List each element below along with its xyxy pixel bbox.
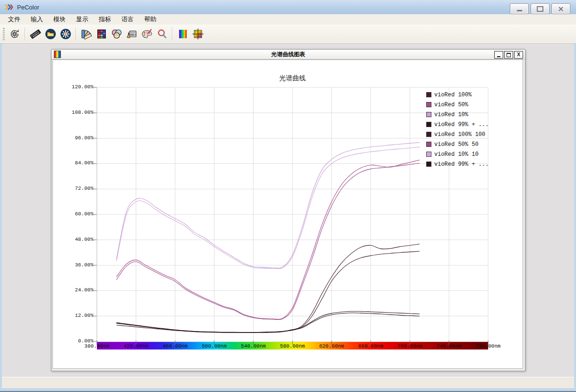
app-logo-icon: [5, 4, 13, 10]
menu-item-help[interactable]: 帮助: [139, 14, 162, 25]
cmy-circles-icon: [111, 28, 123, 40]
minimize-button[interactable]: [510, 3, 529, 14]
spectral-plot: 光谱曲线 120.00%108.00%96.00%84.00%72.00%60.…: [53, 60, 522, 367]
x-tick-label: 420.00nm: [117, 343, 155, 349]
legend-item: vioRed 99% + ...: [426, 159, 489, 169]
legend-label: vioRed 99% + ...: [434, 121, 489, 128]
instrument-icon: [126, 28, 138, 40]
mdi-workspace: 光谱曲线图表 X 光谱曲线 120.00%108.00%96.00%84.00%…: [2, 43, 574, 377]
settings-sync-icon: [9, 28, 21, 40]
restore-icon: [507, 53, 511, 57]
settings-sync-button[interactable]: [8, 27, 22, 41]
x-tick-label: 740.00nm: [430, 343, 468, 349]
magnifier-icon: [156, 28, 168, 40]
zoom-button[interactable]: [155, 27, 169, 41]
rainbow-bar-icon: [177, 28, 189, 40]
x-tick-label: 620.00nm: [313, 343, 351, 349]
legend-swatch: [426, 142, 431, 147]
legend-label: vioRed 100% 100: [434, 131, 485, 138]
y-tick-label: 60.00%: [53, 211, 94, 217]
legend-swatch: [426, 112, 431, 117]
sun-icon: [60, 28, 72, 40]
toolbar-separator: [76, 27, 77, 41]
chart-restore-button[interactable]: [504, 51, 513, 59]
swatch-fan-icon: [80, 28, 93, 40]
app-title: PeColor: [17, 4, 39, 11]
curve-viored-100-100: [116, 251, 420, 332]
chart-client-area: 光谱曲线 120.00%108.00%96.00%84.00%72.00%60.…: [52, 60, 523, 369]
toolbar-grip[interactable]: [3, 28, 5, 40]
chart-title: 光谱曲线: [97, 74, 488, 83]
open-folder-button[interactable]: [43, 27, 58, 41]
maximize-button[interactable]: [531, 3, 550, 14]
legend-item: vioRed 50% 50: [426, 139, 489, 149]
legend-swatch: [426, 152, 431, 157]
legend-label: vioRed 100%: [434, 92, 472, 98]
legend-swatch: [426, 122, 431, 127]
x-tick-label: 580.00nm: [274, 343, 311, 349]
y-tick-label: 72.00%: [53, 186, 94, 191]
legend-item: vioRed 50%: [426, 100, 489, 110]
chart-window-title: 光谱曲线图表: [52, 51, 525, 59]
y-tick-label: 120.00%: [53, 84, 94, 90]
keyboard-button[interactable]: [28, 27, 43, 41]
y-tick-label: 12.00%: [53, 313, 94, 318]
palette-icon: [141, 28, 153, 40]
color-grid-icon: [95, 28, 108, 40]
x-tick-label: 700.00nm: [391, 343, 429, 349]
curve-viored-10-: [116, 143, 420, 268]
close-icon: X: [517, 52, 520, 57]
legend-item: vioRed 100%: [426, 90, 489, 100]
palette-button[interactable]: [140, 27, 154, 41]
menu-item-file[interactable]: 文件: [3, 14, 26, 25]
y-tick-label: 84.00%: [53, 160, 94, 166]
curve-viored-50-50: [116, 163, 420, 320]
color-picker-button[interactable]: [191, 27, 205, 41]
app-titlebar[interactable]: PeColor: [0, 0, 576, 14]
instrument-button[interactable]: [125, 27, 139, 41]
light-source-button[interactable]: [59, 27, 73, 41]
legend-swatch: [426, 102, 431, 107]
legend-swatch: [426, 132, 431, 137]
color-grid-button[interactable]: [95, 27, 109, 41]
swatch-fan-button[interactable]: [79, 27, 94, 41]
x-tick-label: 500.00nm: [195, 343, 233, 349]
y-tick-label: 36.00%: [53, 262, 94, 268]
color-mix-button[interactable]: [110, 27, 124, 41]
toolbar: [0, 25, 576, 43]
legend-item: vioRed 99% + ...: [426, 119, 489, 129]
toolbar-separator: [25, 27, 26, 41]
spectrum-bar-button[interactable]: [176, 27, 190, 41]
toolbar-separator: [172, 27, 173, 41]
menu-item-language[interactable]: 语言: [116, 14, 139, 25]
gradient-picker-icon: [192, 28, 204, 40]
y-tick-label: 108.00%: [53, 110, 94, 115]
menu-item-input[interactable]: 输入: [26, 14, 48, 25]
menu-item-metrics[interactable]: 指标: [94, 14, 116, 25]
legend-item: vioRed 10% 10: [426, 149, 489, 159]
maximize-icon: [537, 6, 543, 12]
spectral-chart-window: 光谱曲线图表 X 光谱曲线 120.00%108.00%96.00%84.00%…: [51, 49, 525, 371]
menu-item-module[interactable]: 模块: [48, 14, 71, 25]
chart-window-titlebar[interactable]: 光谱曲线图表 X: [52, 50, 525, 60]
close-button[interactable]: [551, 3, 570, 14]
menu-item-display[interactable]: 显示: [71, 14, 94, 25]
desktop: { "window": { "title": "PeColor", "contr…: [0, 0, 576, 392]
legend-label: vioRed 10% 10: [434, 151, 479, 158]
x-tick-label: 380.00nm: [78, 343, 116, 349]
keyboard-icon: [29, 28, 42, 40]
legend-label: vioRed 50%: [434, 102, 468, 108]
chart-minimize-button[interactable]: [494, 51, 503, 59]
status-bar: [2, 377, 574, 388]
minimize-icon: [517, 10, 522, 11]
chart-legend: vioRed 100% vioRed 50% vioRed 10% vioRed…: [426, 90, 489, 169]
y-tick-label: 96.00%: [53, 135, 94, 141]
legend-label: vioRed 50% 50: [434, 141, 479, 148]
folder-icon: [44, 28, 57, 40]
x-tick-label: 460.00nm: [156, 343, 194, 349]
x-tick-label: 780.00nm: [469, 343, 507, 349]
legend-swatch: [426, 92, 431, 97]
chart-close-button[interactable]: X: [514, 51, 523, 59]
x-tick-label: 660.00nm: [352, 343, 390, 349]
legend-label: vioRed 10%: [434, 111, 468, 118]
